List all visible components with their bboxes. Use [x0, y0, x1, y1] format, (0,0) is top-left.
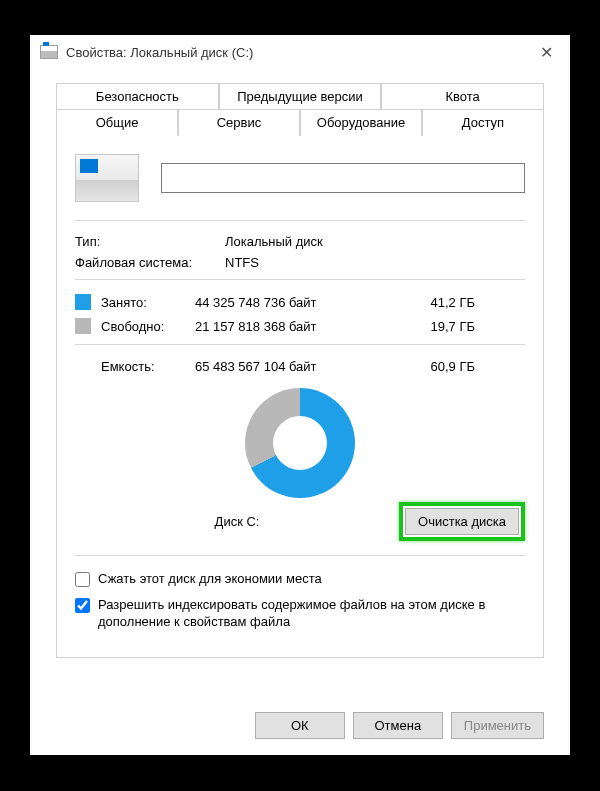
free-label: Свободно:	[101, 319, 164, 334]
general-panel: Тип: Локальный диск Файловая система: NT…	[56, 136, 544, 658]
cancel-button[interactable]: Отмена	[353, 712, 443, 739]
tab-tools[interactable]: Сервис	[178, 109, 300, 136]
used-human: 41,2 ГБ	[395, 295, 475, 310]
capacity-bytes: 65 483 567 104 байт	[195, 359, 395, 374]
index-checkbox[interactable]	[75, 598, 90, 613]
compress-checkbox[interactable]	[75, 572, 90, 587]
index-label[interactable]: Разрешить индексировать содержимое файло…	[98, 596, 525, 631]
volume-name-input[interactable]	[161, 163, 525, 193]
free-human: 19,7 ГБ	[395, 319, 475, 334]
capacity-label: Емкость:	[75, 359, 195, 374]
tab-quota[interactable]: Квота	[381, 83, 544, 109]
free-bytes: 21 157 818 368 байт	[195, 319, 395, 334]
tab-security[interactable]: Безопасность	[56, 83, 219, 109]
type-label: Тип:	[75, 234, 225, 249]
used-swatch-icon	[75, 294, 91, 310]
filesystem-value: NTFS	[225, 255, 259, 270]
divider	[75, 279, 525, 280]
close-button[interactable]: ✕	[532, 43, 560, 62]
tab-sharing[interactable]: Доступ	[422, 109, 544, 136]
drive-icon	[40, 45, 58, 59]
filesystem-label: Файловая система:	[75, 255, 225, 270]
divider	[75, 220, 525, 221]
divider	[75, 555, 525, 556]
divider	[75, 344, 525, 345]
disk-large-icon	[75, 154, 139, 202]
used-label: Занято:	[101, 295, 147, 310]
cleanup-highlight: Очистка диска	[399, 502, 525, 541]
free-swatch-icon	[75, 318, 91, 334]
titlebar: Свойства: Локальный диск (C:) ✕	[30, 35, 570, 69]
ok-button[interactable]: ОК	[255, 712, 345, 739]
window-title: Свойства: Локальный диск (C:)	[66, 45, 253, 60]
tab-general[interactable]: Общие	[56, 109, 178, 136]
disk-cleanup-button[interactable]: Очистка диска	[405, 508, 519, 535]
content-area: Безопасность Предыдущие версии Квота Общ…	[30, 69, 570, 658]
used-bytes: 44 325 748 736 байт	[195, 295, 395, 310]
usage-pie-chart	[245, 388, 355, 498]
tab-previous-versions[interactable]: Предыдущие версии	[219, 83, 382, 109]
compress-label[interactable]: Сжать этот диск для экономии места	[98, 570, 525, 588]
tab-hardware[interactable]: Оборудование	[300, 109, 422, 136]
dialog-buttons: ОК Отмена Применить	[30, 702, 570, 755]
type-value: Локальный диск	[225, 234, 323, 249]
properties-dialog: Свойства: Локальный диск (C:) ✕ Безопасн…	[30, 35, 570, 755]
apply-button[interactable]: Применить	[451, 712, 544, 739]
capacity-human: 60,9 ГБ	[395, 359, 475, 374]
disk-chart-label: Диск C:	[75, 504, 399, 539]
